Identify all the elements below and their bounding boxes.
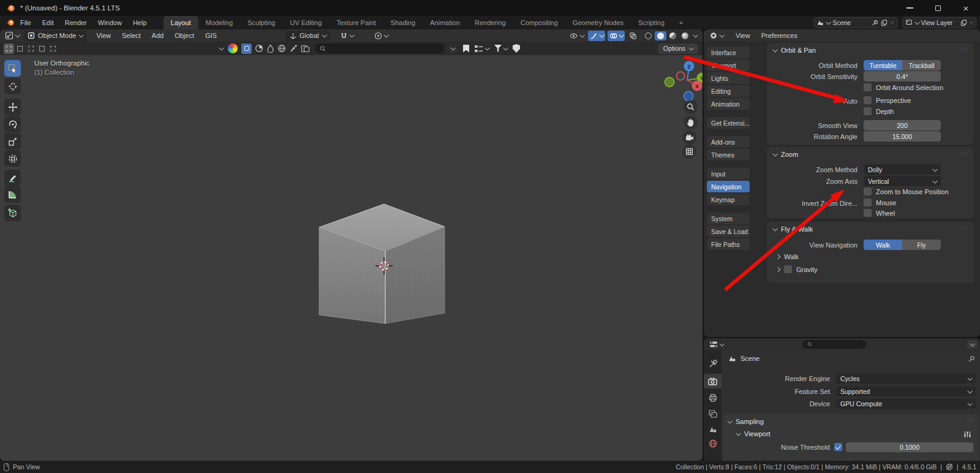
shading-solid-button[interactable]	[655, 31, 666, 40]
viewport-menu-object[interactable]: Object	[169, 29, 200, 42]
prefs-nav-get-extensions[interactable]: Get Extensi...	[707, 117, 750, 129]
menu-render[interactable]: Render	[59, 16, 92, 29]
prefs-nav-viewport[interactable]: Viewport	[707, 59, 750, 71]
tab-layout[interactable]: Layout	[164, 16, 198, 29]
zoom-axis-dropdown[interactable]: Vertical	[864, 176, 941, 186]
menu-help[interactable]: Help	[127, 16, 153, 29]
tab-compositing[interactable]: Compositing	[513, 16, 565, 29]
close-button[interactable]: ×	[952, 0, 980, 16]
gizmo-minus-x-axis[interactable]	[676, 72, 685, 80]
orbit-around-selection-row[interactable]: Orbit Around Selection	[864, 83, 943, 91]
sampling-header[interactable]: Sampling	[728, 418, 764, 425]
blender-app-menu-icon[interactable]	[6, 18, 15, 27]
shading-wireframe-button[interactable]	[643, 31, 654, 40]
prefs-menu-view[interactable]: View	[730, 29, 756, 42]
tab-geometry-nodes[interactable]: Geometry Nodes	[565, 16, 631, 29]
filter-funnel-icon[interactable]	[494, 45, 502, 52]
pan-view-button[interactable]	[684, 115, 698, 129]
tool-cursor[interactable]	[4, 78, 21, 94]
gravity-subpanel[interactable]: Gravity	[776, 265, 818, 273]
options-dropdown[interactable]: Options	[658, 44, 698, 54]
walk-subpanel[interactable]: Walk	[776, 253, 799, 260]
pie-filter-icon[interactable]	[255, 44, 263, 53]
tab-output-properties[interactable]	[704, 390, 722, 405]
device-dropdown[interactable]: GPU Compute	[836, 399, 976, 409]
select-intersect-button[interactable]	[48, 44, 58, 54]
ink-drop-icon[interactable]	[266, 44, 274, 53]
properties-breadcrumb[interactable]: Scene	[728, 355, 760, 362]
render-engine-dropdown[interactable]: Cycles	[836, 374, 976, 384]
prefs-nav-themes[interactable]: Themes	[707, 149, 750, 161]
default-cube[interactable]	[319, 204, 445, 324]
zoom-to-mouse-checkbox[interactable]	[864, 187, 872, 195]
zoom-to-mouse-row[interactable]: Zoom to Mouse Position	[864, 187, 949, 195]
prefs-nav-navigation[interactable]: Navigation	[707, 181, 750, 192]
view-navigation-fly[interactable]: Fly	[902, 240, 941, 250]
tool-add-cube[interactable]	[4, 205, 21, 221]
brush-icon[interactable]	[289, 44, 298, 53]
preset-sliders-icon[interactable]	[963, 431, 971, 438]
orbit-around-selection-checkbox[interactable]	[864, 83, 872, 91]
chevron-down-icon[interactable]	[484, 45, 489, 50]
preferences-editor-type-button[interactable]	[707, 31, 725, 41]
zoom-view-button[interactable]	[684, 100, 698, 114]
section-grip[interactable]: ∷∷	[966, 418, 974, 424]
duplicate-icon[interactable]	[881, 20, 888, 26]
pin-icon[interactable]	[872, 20, 878, 26]
outliner-icon[interactable]	[474, 45, 483, 53]
view-layer-selector[interactable]: View Layer ×	[902, 17, 976, 28]
section-grip[interactable]: ∷∷	[961, 151, 969, 157]
tool-scale[interactable]	[4, 133, 21, 149]
tool-annotate[interactable]	[4, 170, 21, 186]
viewport-canvas[interactable]	[0, 55, 703, 461]
prefs-nav-editing[interactable]: Editing	[707, 85, 750, 97]
orbit-sensitivity-field[interactable]: 0.4°	[864, 71, 941, 81]
gizmo-minus-y-axis[interactable]	[665, 77, 674, 86]
feature-set-dropdown[interactable]: Supported	[836, 387, 976, 396]
shading-rendered-button[interactable]	[679, 31, 691, 40]
tool-rotate[interactable]	[4, 116, 21, 132]
duplicate-icon[interactable]	[960, 20, 967, 26]
orbit-method-trackball[interactable]: Trackball	[902, 60, 941, 70]
properties-search[interactable]	[802, 340, 866, 349]
invert-wheel-checkbox[interactable]	[864, 209, 872, 217]
fly-walk-header[interactable]: Fly & Walk	[773, 225, 813, 233]
network-offline-icon[interactable]	[946, 463, 953, 471]
navigation-gizmo[interactable]: Z Y X	[657, 55, 703, 104]
viewport-3d[interactable]: Object Mode View Select Add Object GIS G…	[0, 29, 703, 461]
prefs-nav-animation[interactable]: Animation	[707, 98, 750, 110]
prefs-nav-file-paths[interactable]: File Paths	[707, 238, 750, 250]
auto-depth-row[interactable]: Depth	[864, 107, 894, 115]
prefs-nav-keymap[interactable]: Keymap	[707, 194, 750, 205]
shading-material-button[interactable]	[667, 31, 679, 40]
properties-editor-type-button[interactable]	[707, 339, 725, 350]
maximize-button[interactable]	[924, 0, 952, 16]
viewport-menu-view[interactable]: View	[91, 29, 116, 42]
add-workspace-button[interactable]: +	[672, 16, 690, 29]
rotation-angle-field[interactable]: 15.000	[864, 131, 941, 142]
orbit-method-turntable[interactable]: Turntable	[864, 60, 902, 70]
prefs-nav-lights[interactable]: Lights	[707, 72, 750, 84]
prefs-menu-preferences[interactable]: Preferences	[756, 29, 803, 42]
tab-view-layer-properties[interactable]	[704, 406, 722, 421]
noise-threshold-checkbox[interactable]	[834, 443, 842, 451]
invert-mouse-row[interactable]: Mouse	[864, 199, 896, 206]
editor-type-button[interactable]	[3, 31, 21, 41]
zoom-header[interactable]: Zoom	[773, 151, 798, 158]
view-navigation-walk[interactable]: Walk	[864, 240, 902, 250]
invert-mouse-checkbox[interactable]	[864, 199, 872, 206]
select-set-button[interactable]	[4, 44, 14, 54]
tab-texture-paint[interactable]: Texture Paint	[329, 16, 383, 29]
prefs-nav-addons[interactable]: Add-ons	[707, 136, 750, 148]
tab-animation[interactable]: Animation	[423, 16, 467, 29]
viewport-menu-add[interactable]: Add	[146, 29, 170, 42]
prefs-nav-input[interactable]: Input	[707, 168, 750, 180]
prefs-nav-interface[interactable]: Interface	[707, 47, 750, 58]
tab-uv-editing[interactable]: UV Editing	[282, 16, 329, 29]
search-input[interactable]	[329, 44, 440, 53]
menu-edit[interactable]: Edit	[37, 16, 59, 29]
auto-perspective-row[interactable]: Perspective	[864, 96, 911, 104]
section-grip[interactable]: ∷∷	[961, 225, 969, 232]
tab-world-properties[interactable]	[704, 436, 722, 451]
tool-move[interactable]	[4, 99, 21, 115]
